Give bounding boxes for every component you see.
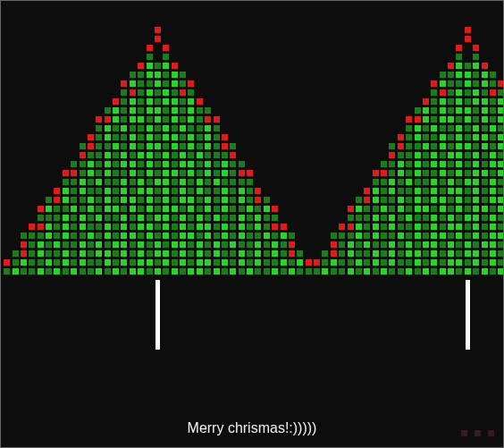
greeting-message: Merry chrismas!:))))) (1, 420, 503, 436)
tree (313, 26, 504, 350)
trees-container (1, 26, 503, 350)
scene: Merry chrismas!:))))) (0, 0, 504, 448)
tree-trunk (155, 280, 160, 350)
tree-trunk (466, 280, 470, 350)
tree (3, 26, 313, 350)
decor-dots (461, 430, 494, 436)
